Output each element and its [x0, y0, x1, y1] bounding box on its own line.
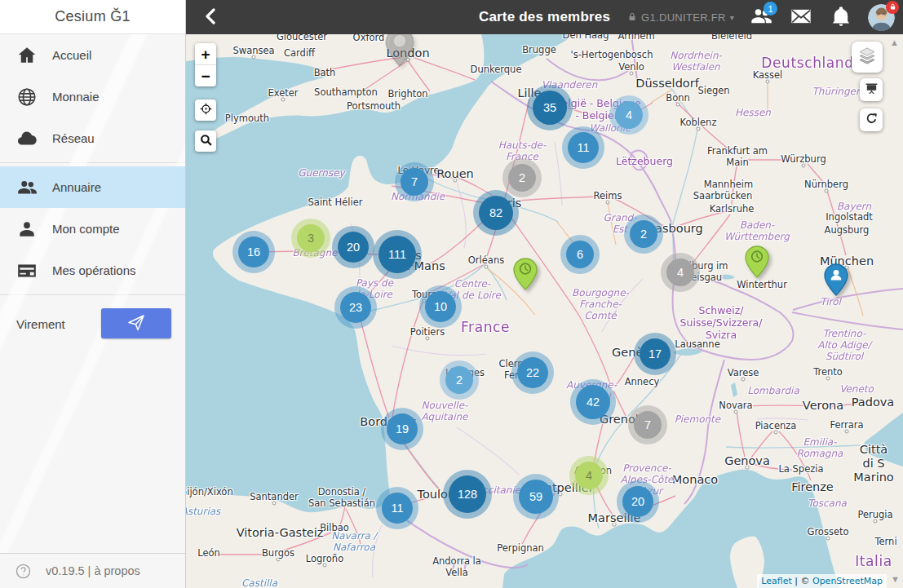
- refresh-icon: [865, 112, 879, 128]
- sidebar-item-label: Mes opérations: [52, 263, 136, 277]
- cluster-marker[interactable]: 42: [576, 385, 610, 419]
- sidebar-item-accueil[interactable]: Accueil: [0, 34, 185, 76]
- envelope-icon: [790, 5, 812, 30]
- zoom-in-button[interactable]: +: [195, 43, 216, 64]
- app-window: Cesium Ğ1 AccueilMonnaieRéseauAnnuaireMo…: [0, 0, 903, 588]
- chevron-left-icon: [201, 16, 221, 29]
- node-name: G1.DUNITER.FR: [641, 11, 726, 24]
- locate-button[interactable]: [195, 99, 216, 121]
- cluster-marker[interactable]: 20: [622, 486, 653, 517]
- member-pin[interactable]: [824, 263, 848, 299]
- zoom-out-button[interactable]: −: [195, 65, 216, 86]
- sidebar-item-label: Monnaie: [52, 90, 100, 104]
- sidebar-item-mes-operations[interactable]: Mes opérations: [0, 250, 185, 291]
- app-title: Cesium Ğ1: [0, 0, 185, 34]
- search-icon: [199, 133, 213, 149]
- person-icon: [16, 219, 38, 240]
- cluster-marker[interactable]: 82: [479, 196, 513, 230]
- layers-button[interactable]: [852, 42, 883, 73]
- globe-icon: [16, 86, 38, 108]
- cluster-marker[interactable]: 11: [382, 493, 413, 524]
- sidebar-item-annuaire[interactable]: Annuaire: [0, 166, 185, 208]
- help-icon: [15, 563, 32, 580]
- sidebar-footer: v0.19.5 | à propos: [0, 553, 185, 588]
- members-button[interactable]: 1: [748, 4, 774, 30]
- node-selector[interactable]: G1.DUNITER.FR ▾: [627, 11, 734, 24]
- screen-button[interactable]: [860, 78, 883, 101]
- sidebar-item-label: Annuaire: [52, 180, 101, 194]
- transfer-label: Virement: [16, 317, 65, 331]
- send-transfer-button[interactable]: [101, 308, 171, 338]
- sidebar-item-reseau[interactable]: Réseau: [0, 117, 185, 159]
- paper-plane-icon: [126, 312, 146, 334]
- divider: [0, 294, 185, 295]
- layers-icon: [857, 46, 878, 69]
- cloud-icon: [16, 128, 38, 149]
- sidebar-item-monnaie[interactable]: Monnaie: [0, 76, 185, 117]
- sidebar-menu: AccueilMonnaieRéseauAnnuaireMon compteMe…: [0, 34, 185, 291]
- crosshair-icon: [199, 102, 213, 118]
- sidebar: Cesium Ğ1 AccueilMonnaieRéseauAnnuaireMo…: [0, 0, 186, 588]
- wallet-pin[interactable]: [745, 245, 769, 281]
- divider: [0, 162, 185, 163]
- wallet-pin[interactable]: [513, 258, 538, 294]
- main-panel: Carte des membres G1.DUNITER.FR ▾ 1: [186, 0, 903, 588]
- attribution-separator: | ©: [792, 576, 812, 586]
- auth-lock-badge: [886, 1, 899, 14]
- topbar: Carte des membres G1.DUNITER.FR ▾ 1: [186, 0, 903, 34]
- cluster-marker[interactable]: 10: [425, 291, 456, 322]
- cluster-marker[interactable]: 111: [378, 236, 416, 273]
- cluster-marker[interactable]: 19: [387, 413, 418, 444]
- version-text[interactable]: v0.19.5 | à propos: [46, 564, 140, 577]
- sidebar-item-label: Réseau: [52, 131, 95, 145]
- sidebar-item-mon-compte[interactable]: Mon compte: [0, 208, 185, 250]
- avatar[interactable]: [868, 4, 895, 31]
- notifications-button[interactable]: [828, 4, 854, 30]
- cluster-marker[interactable]: 128: [449, 475, 486, 513]
- cluster-marker[interactable]: 3: [297, 224, 325, 252]
- scroll-up-caret[interactable]: ▲: [890, 38, 899, 47]
- faded-pin[interactable]: [385, 34, 414, 70]
- messages-button[interactable]: [788, 4, 814, 30]
- search-button[interactable]: [195, 130, 216, 152]
- card-icon: [16, 260, 38, 281]
- cluster-marker[interactable]: 2: [630, 220, 657, 248]
- cluster-marker[interactable]: 4: [615, 101, 643, 129]
- cluster-marker[interactable]: 7: [634, 411, 662, 439]
- cluster-marker[interactable]: 11: [568, 132, 599, 163]
- leaflet-link[interactable]: Leaflet: [761, 576, 791, 586]
- zoom-control: + −: [195, 43, 216, 86]
- osm-link[interactable]: OpenStreetMap: [812, 576, 883, 586]
- projector-screen-icon: [865, 82, 879, 98]
- cluster-marker[interactable]: 16: [238, 237, 269, 267]
- map-attribution: Leaflet | © OpenStreetMap: [757, 574, 887, 588]
- home-icon: [16, 45, 38, 66]
- refresh-button[interactable]: [860, 108, 883, 131]
- cluster-marker[interactable]: 17: [640, 338, 671, 369]
- cluster-marker[interactable]: 35: [533, 91, 567, 125]
- cluster-marker[interactable]: 20: [338, 232, 369, 263]
- cluster-marker[interactable]: 6: [566, 241, 594, 268]
- chevron-down-icon: ▾: [730, 13, 734, 22]
- people-icon: [16, 177, 38, 198]
- map-canvas[interactable]: GloucesterOxfordSwanseaCardiffLondonBath…: [186, 34, 903, 588]
- transfer-row: Virement: [0, 298, 185, 349]
- cluster-marker[interactable]: 23: [340, 292, 371, 323]
- cluster-marker[interactable]: 4: [666, 259, 694, 286]
- bell-icon: [830, 5, 852, 30]
- lock-icon: [627, 12, 637, 22]
- cluster-marker[interactable]: 2: [445, 366, 473, 394]
- page-title: Carte des membres: [479, 9, 610, 25]
- cluster-marker[interactable]: 2: [508, 164, 536, 192]
- cluster-marker[interactable]: 22: [517, 357, 548, 388]
- attribution-caret[interactable]: ▼: [891, 574, 900, 584]
- cluster-marker[interactable]: 7: [401, 168, 428, 196]
- members-badge: 1: [764, 2, 777, 15]
- cluster-marker[interactable]: 4: [575, 462, 603, 489]
- sidebar-item-label: Mon compte: [52, 222, 120, 236]
- sidebar-item-label: Accueil: [52, 48, 91, 62]
- back-button[interactable]: [199, 5, 224, 29]
- cluster-marker[interactable]: 59: [519, 480, 553, 514]
